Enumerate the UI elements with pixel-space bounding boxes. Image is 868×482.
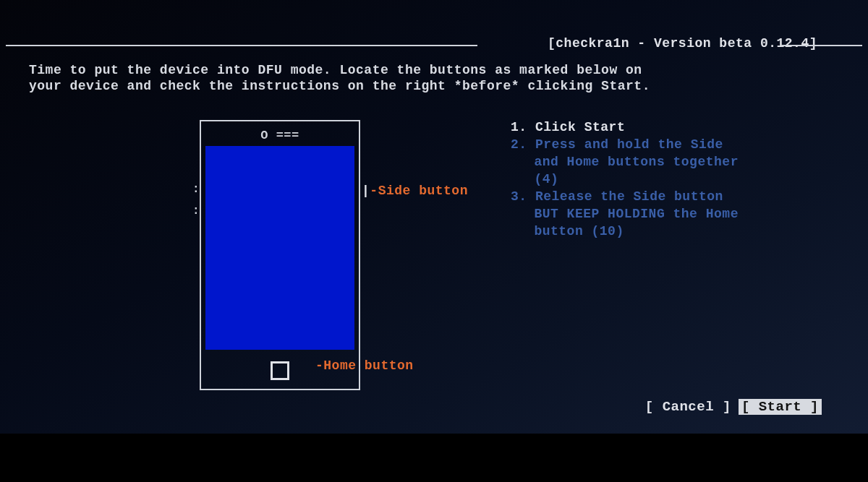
step-text: button (10) (534, 224, 624, 238)
volume-mark-2: : (192, 207, 200, 215)
version-number: 0.12.4 (760, 36, 809, 51)
title-open-bracket: [ (548, 36, 556, 51)
step-text: and Home buttons together (534, 155, 739, 169)
step-number: 1. (511, 120, 535, 134)
terminal-screen: [checkra1n - Version beta 0.12.4] Time t… (0, 0, 868, 434)
cancel-button[interactable]: [ Cancel ] (642, 399, 734, 415)
app-name: checkra1n (556, 36, 629, 51)
step-line: 2. Press and hold the Side (511, 136, 839, 153)
home-button-text: Home button (323, 358, 413, 373)
step-text: Release the Side button (535, 189, 723, 204)
instruction-line-2: your device and check the instructions o… (29, 79, 650, 93)
title-rule-left (6, 45, 477, 46)
volume-mark-1: : (192, 185, 200, 194)
instruction-text: Time to put the device into DFU mode. Lo… (29, 62, 839, 94)
side-button-pointer: | (362, 184, 370, 198)
title-rule-right (781, 45, 862, 46)
step-number: 2. (511, 137, 535, 152)
side-button-text: Side button (378, 184, 468, 198)
step-line: BUT KEEP HOLDING the Home (511, 205, 839, 223)
step-text: Click Start (535, 120, 625, 134)
instruction-line-1: Time to put the device into DFU mode. Lo… (29, 63, 642, 77)
step-number: 3. (511, 189, 535, 204)
step-list: 1. Click Start2. Press and hold the Side… (511, 119, 839, 240)
side-button-label: |-Side button (362, 184, 468, 198)
step-text: Press and hold the Side (535, 137, 723, 152)
title-close-bracket: ] (809, 36, 817, 51)
step-line: and Home buttons together (511, 153, 839, 171)
step-line: button (10) (511, 223, 839, 240)
step-line: 1. Click Start (511, 119, 839, 136)
start-button[interactable]: [ Start ] (739, 399, 822, 415)
step-line: 3. Release the Side button (511, 188, 839, 205)
title-separator: - (629, 36, 654, 51)
home-button-label: -Home button (315, 358, 414, 373)
home-button-icon (271, 361, 289, 380)
step-text: (4) (534, 172, 558, 186)
button-bar: [ Cancel ][ Start ] (642, 399, 822, 415)
device-screen (205, 146, 354, 350)
version-label: Version beta (654, 36, 752, 51)
app-title: [checkra1n - Version beta 0.12.4] (548, 36, 817, 51)
earpiece-icon: O === (201, 129, 359, 142)
step-text: BUT KEEP HOLDING the Home (534, 207, 739, 221)
step-line: (4) (511, 171, 839, 188)
title-bar: [checkra1n - Version beta 0.12.4] (0, 38, 868, 53)
device-diagram: O === : : (200, 120, 360, 390)
